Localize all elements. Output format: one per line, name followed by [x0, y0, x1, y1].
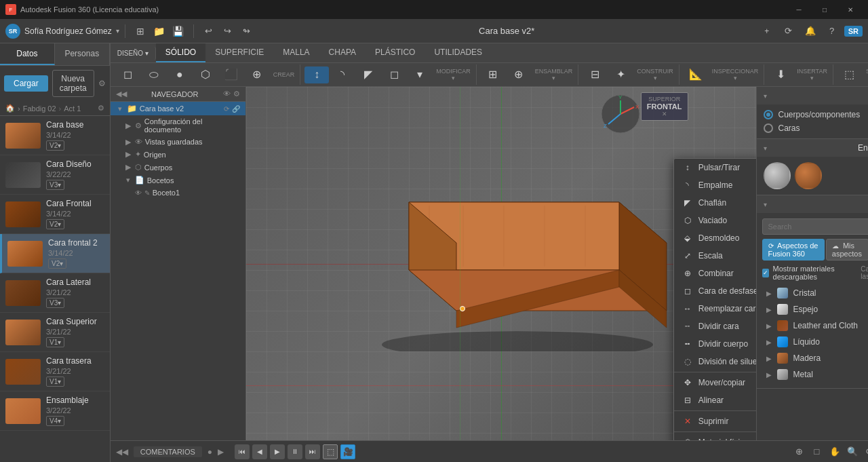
nav-left-icon[interactable]: ◀◀ — [116, 447, 128, 457]
user-section[interactable]: SR Sofía Rodríguez Gómez ▾ — [5, 24, 119, 39]
undo-icon[interactable]: ↩ — [199, 22, 218, 41]
tree-item-config[interactable]: ▶ ⚙ Configuración del documento — [111, 115, 245, 136]
play-pause-btn[interactable]: ⏸ — [288, 444, 302, 459]
tab-malla[interactable]: MALLA — [273, 43, 319, 62]
search-input[interactable] — [762, 218, 869, 235]
file-item-5[interactable]: Cara Superior 3/21/22 V1▾ — [0, 313, 110, 352]
radio-bodies[interactable]: Cuerpos/componentes — [764, 110, 869, 119]
menu-item-15[interactable]: ⬡ Material físico — [674, 434, 756, 440]
insert-icon[interactable]: ⬇ — [768, 66, 793, 83]
extrude-tool[interactable]: ⬛ — [219, 66, 243, 83]
menu-item-6[interactable]: ⊕ Combinar — [674, 265, 756, 282]
tree-link-icon[interactable]: 🔗 — [232, 105, 240, 113]
library-section-header[interactable]: ▾ Biblioteca — [757, 195, 869, 213]
construct-icon1[interactable]: ⊟ — [583, 66, 607, 83]
zoom-btn[interactable]: 🔍 — [844, 444, 861, 460]
menu-item-13[interactable]: ⊟ Alinear — [674, 391, 756, 409]
chamfer-tool[interactable]: ◤ — [356, 66, 380, 83]
comments-label[interactable]: COMENTARIOS — [134, 446, 202, 457]
tree-item-doc[interactable]: ▾ 📁 Cara base v2 ⟳ 🔗 — [111, 102, 245, 115]
cylinder-tool[interactable]: ⬭ — [142, 66, 166, 83]
nav-settings-icon[interactable]: ⚙ — [233, 90, 240, 98]
tree-refresh-icon[interactable]: ⟳ — [224, 105, 229, 113]
refresh-icon[interactable]: ⟳ — [779, 22, 798, 41]
material-thumb-wood[interactable] — [795, 162, 822, 189]
tree-expand-cuerpos[interactable]: ▶ — [124, 163, 132, 172]
file-item-1[interactable]: Cara Diseño 3/22/22 V3▾ — [0, 155, 110, 195]
timeline-frame-icon[interactable]: ⬚ — [323, 444, 338, 459]
menu-item-10[interactable]: ╍ Dividir cuerpo — [674, 335, 756, 353]
radio-faces[interactable]: Caras — [764, 123, 869, 133]
menu-item-0[interactable]: ↕ Pulsar/Tirar Q — [674, 159, 756, 176]
nav-eye-icon[interactable]: 👁 — [223, 90, 231, 98]
tree-expand-bocetos[interactable]: ▾ — [124, 176, 132, 185]
help-icon[interactable]: ? — [823, 22, 842, 41]
breadcrumb-fabdig[interactable]: Fabdig 02 — [23, 104, 56, 113]
more-create[interactable]: ⊕ — [245, 66, 269, 83]
play-play-btn[interactable]: ▶ — [270, 444, 285, 459]
maximize-button[interactable]: □ — [812, 0, 837, 19]
menu-item-5[interactable]: ⤢ Escala — [674, 247, 756, 265]
material-item-metal[interactable]: ▶ Metal — [762, 366, 869, 383]
nav-right-icon[interactable]: ▶ — [218, 447, 224, 457]
downloadable-checkbox[interactable] — [762, 269, 769, 277]
close-button[interactable]: ✕ — [838, 0, 863, 19]
file-item-7[interactable]: Ensamblaje 3/22/22 V4▾ — [0, 391, 110, 431]
save-icon[interactable]: 💾 — [169, 22, 188, 41]
tab-mis-aspectos[interactable]: ☁ Mis aspectos — [826, 239, 868, 261]
cancel-all-link[interactable]: Cancelar todas las d... — [861, 265, 868, 280]
tree-item-cuerpos[interactable]: ▶ ⬡ Cuerpos — [111, 161, 245, 174]
btn-cargar[interactable]: Cargar — [4, 75, 48, 92]
menu-item-4[interactable]: ⬙ Desmoldeo — [674, 229, 756, 247]
tab-utilidades[interactable]: UTILIDADES — [425, 43, 492, 62]
menu-item-12[interactable]: ✥ Mover/copiar M — [674, 374, 756, 391]
play-next-btn[interactable]: ⏭ — [305, 444, 320, 459]
redo-icon[interactable]: ↪ — [218, 22, 237, 41]
display-mode-btn[interactable]: □ — [809, 444, 825, 460]
file-item-3[interactable]: Cara frontal 2 3/14/22 V2▾ — [0, 234, 110, 273]
pipe-tool[interactable]: ⬡ — [193, 66, 218, 83]
material-item-madera[interactable]: ▶ Madera — [762, 350, 869, 366]
comments-toggle[interactable]: ● — [208, 447, 212, 457]
tree-item-origen[interactable]: ▶ ✦ Origen — [111, 148, 245, 161]
tab-fusion-aspects[interactable]: ⟳ Aspectos de Fusion 360 — [762, 239, 825, 261]
file-item-4[interactable]: Cara Lateral 3/21/22 V3▾ — [0, 273, 110, 313]
press-pull-tool[interactable]: ↕ — [304, 66, 329, 83]
menu-item-8[interactable]: ↔ Reemplazar cara — [674, 300, 756, 317]
tree-expand-doc[interactable]: ▾ — [116, 104, 124, 113]
snap-grid-btn[interactable]: ⊕ — [791, 444, 808, 460]
material-item-cristal[interactable]: ▶ Cristal — [762, 285, 869, 301]
nav-collapse-icon[interactable]: ◀◀ — [116, 90, 127, 98]
menu-item-9[interactable]: ╌ Dividir cara — [674, 317, 756, 335]
tab-plastico[interactable]: PLÁSTICO — [366, 43, 425, 62]
tree-item-boceto1[interactable]: 👁 ✎ Boceto1 — [111, 187, 245, 199]
more-modify[interactable]: ▾ — [408, 66, 432, 83]
construct-icon2[interactable]: ✦ — [608, 66, 633, 83]
material-thumb-metal[interactable] — [764, 162, 791, 189]
redo2-icon[interactable]: ↬ — [237, 22, 256, 41]
tab-superficie[interactable]: SUPERFICIE — [205, 43, 273, 62]
material-item-liquido[interactable]: ▶ Líquido — [762, 334, 869, 350]
box-tool[interactable]: ◻ — [116, 66, 140, 83]
tree-expand-vistas[interactable]: ▶ — [124, 138, 132, 146]
tree-expand-config[interactable]: ▶ — [124, 121, 132, 130]
tree-item-vistas[interactable]: ▶ 👁 Vistas guardadas — [111, 136, 245, 148]
material-item-leather[interactable]: ▶ Leather and Cloth — [762, 317, 869, 334]
minimize-button[interactable]: ─ — [787, 0, 811, 19]
tab-datos[interactable]: Datos — [0, 43, 55, 65]
tree-item-bocetos[interactable]: ▾ 📄 Bocetos — [111, 174, 245, 187]
viewport[interactable]: X Y Z SUPERIOR FRONTAL ✕ — [246, 87, 756, 440]
select-icon[interactable]: ⬚ — [837, 66, 862, 83]
design-btn[interactable]: DISEÑO ▾ — [111, 47, 156, 60]
assemble-icon2[interactable]: ⊕ — [507, 66, 531, 83]
menu-item-1[interactable]: ◝ Empalme F — [674, 176, 756, 194]
notification-icon[interactable]: 🔔 — [801, 22, 820, 41]
menu-item-7[interactable]: ◻ Cara de desfase — [674, 282, 756, 300]
shell-tool[interactable]: ◻ — [382, 66, 406, 83]
menu-item-11[interactable]: ◌ División de silueta — [674, 353, 756, 370]
grid-icon[interactable]: ⊞ — [131, 22, 150, 41]
tab-solido[interactable]: SÓLIDO — [156, 43, 205, 62]
tree-expand-origen[interactable]: ▶ — [124, 151, 132, 159]
file-item-0[interactable]: Cara base 3/14/22 V2▾ — [0, 116, 110, 155]
play-first-btn[interactable]: ⏮ — [235, 444, 250, 459]
